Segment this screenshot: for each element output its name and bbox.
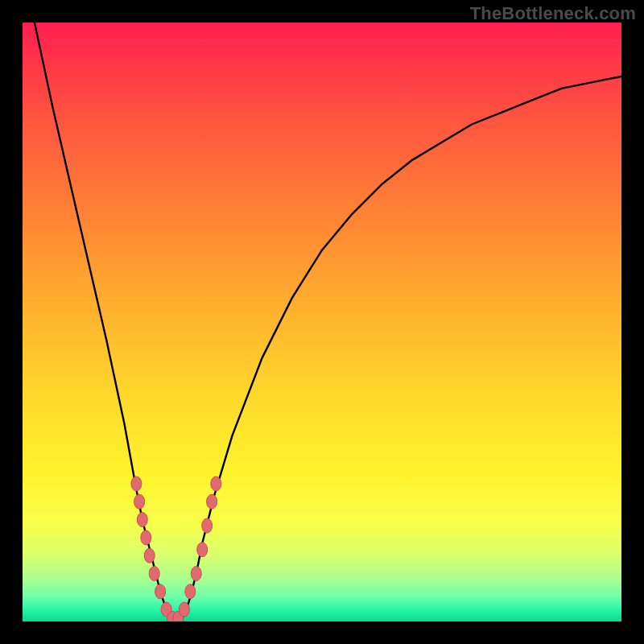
curve-marker (144, 548, 155, 563)
outer-frame: TheBottleneck.com (0, 0, 644, 644)
curve-marker (149, 567, 159, 581)
curve-marker (207, 494, 217, 509)
curve-marker (134, 494, 145, 509)
curve-markers (131, 477, 221, 621)
curve-marker (197, 543, 208, 557)
curve-marker (155, 584, 166, 599)
curve-marker (179, 602, 189, 617)
curve-marker (202, 518, 213, 533)
curve-marker (185, 584, 196, 599)
curve-marker (211, 477, 221, 491)
curve-marker (191, 567, 201, 581)
curve-marker (131, 477, 142, 491)
curve-marker (141, 530, 151, 545)
watermark-text: TheBottleneck.com (470, 3, 636, 24)
plot-area (23, 23, 621, 621)
bottleneck-curve (35, 23, 621, 621)
chart-svg (23, 23, 621, 621)
curve-marker (137, 513, 147, 527)
